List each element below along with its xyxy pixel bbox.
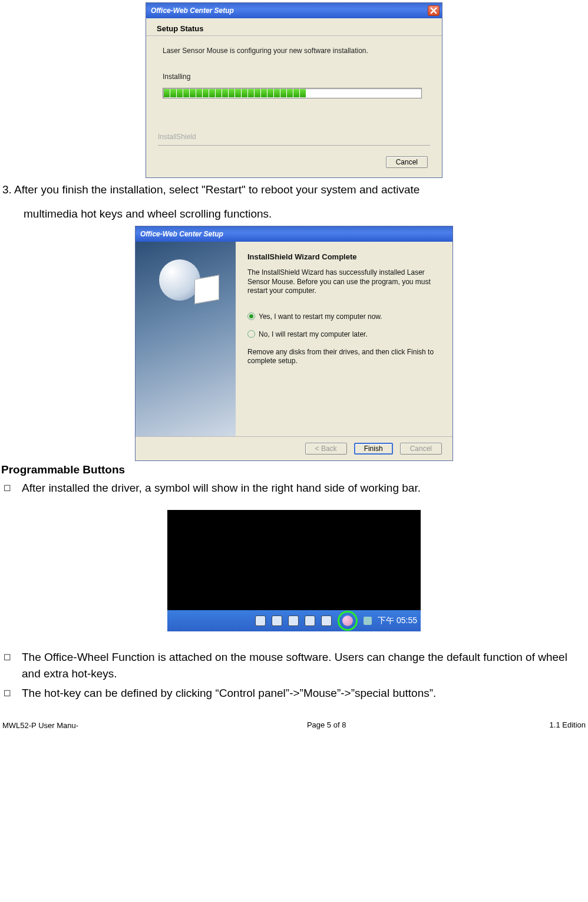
tray-pen-icon[interactable] xyxy=(272,615,282,626)
step3-line1: 3. After you finish the installation, se… xyxy=(0,178,588,202)
titlebar-text: Office-Web Center Setup xyxy=(140,230,450,238)
titlebar-text: Office-Web Center Setup xyxy=(151,6,428,15)
step3-line2: multimedia hot keys and wheel scrolling … xyxy=(0,202,588,226)
bullet-icon: ☐ xyxy=(4,685,11,702)
section-heading: Programmable Buttons xyxy=(0,461,588,479)
installshield-label: InstallShield xyxy=(158,133,196,141)
close-icon[interactable] xyxy=(428,5,440,16)
progress-bar xyxy=(163,88,422,98)
restart-yes-radio[interactable]: Yes, I want to restart my computer now. xyxy=(247,312,441,321)
radio-icon xyxy=(247,312,255,320)
divider xyxy=(158,145,430,146)
cancel-button[interactable]: Cancel xyxy=(386,156,428,168)
desktop-area xyxy=(167,510,421,610)
wizard-complete-dialog: Office-Web Center Setup InstallShield Wi… xyxy=(135,226,453,461)
list-item: ☐ After installed the driver, a symbol w… xyxy=(0,479,588,498)
status-text: Laser Sensor Mouse is configuring your n… xyxy=(163,47,425,55)
tray-keyboard-icon[interactable] xyxy=(255,615,266,626)
bullet-text: The Office-Wheel Function is attached on… xyxy=(22,649,587,683)
list-item: ☐ The hot-key can be defined by clicking… xyxy=(0,684,588,703)
taskbar: 下午 05:55 xyxy=(167,610,421,631)
bullet-icon: ☐ xyxy=(4,649,11,683)
footer-left: MWL52-P User Manu- xyxy=(2,720,104,731)
footer-right: 1.1 Edition xyxy=(550,720,586,731)
footer-center: Page 5 of 8 xyxy=(307,720,346,731)
finish-button[interactable]: Finish xyxy=(354,443,393,455)
bullet-icon: ☐ xyxy=(4,480,11,497)
titlebar: Office-Web Center Setup xyxy=(136,226,452,242)
mouse-software-icon xyxy=(342,615,353,626)
taskbar-screenshot: 下午 05:55 xyxy=(167,510,421,631)
tray-misc-icon[interactable] xyxy=(364,617,372,625)
tray-help-icon[interactable] xyxy=(305,615,315,626)
titlebar: Office-Web Center Setup xyxy=(146,3,442,18)
tray-display-icon[interactable] xyxy=(288,615,299,626)
tray-network-icon[interactable] xyxy=(321,615,332,626)
radio-label: No, I will restart my computer later. xyxy=(259,330,368,338)
page-footer: MWL52-P User Manu- Page 5 of 8 1.1 Editi… xyxy=(0,703,588,736)
bullet-text: After installed the driver, a symbol wil… xyxy=(22,480,587,497)
radio-label: Yes, I want to restart my computer now. xyxy=(259,312,382,321)
wizard-heading: InstallShield Wizard Complete xyxy=(247,252,441,261)
installing-label: Installing xyxy=(163,73,425,81)
list-item: ☐ The Office-Wheel Function is attached … xyxy=(0,648,588,684)
dialog-subheading: Setup Status xyxy=(146,18,442,36)
setup-status-dialog: Office-Web Center Setup Setup Status Las… xyxy=(146,2,442,178)
highlighted-tray-icon[interactable] xyxy=(338,611,358,631)
cancel-button[interactable]: Cancel xyxy=(400,443,442,455)
wizard-paragraph: The InstallShield Wizard has successfull… xyxy=(247,268,441,296)
bullet-text: The hot-key can be defined by clicking “… xyxy=(22,685,587,702)
wizard-paragraph2: Remove any disks from their drives, and … xyxy=(247,348,441,366)
back-button[interactable]: < Back xyxy=(305,443,347,455)
wizard-sidebar-image xyxy=(136,242,236,436)
radio-icon xyxy=(247,330,255,338)
taskbar-clock: 下午 05:55 xyxy=(378,615,417,626)
restart-no-radio[interactable]: No, I will restart my computer later. xyxy=(247,330,441,338)
